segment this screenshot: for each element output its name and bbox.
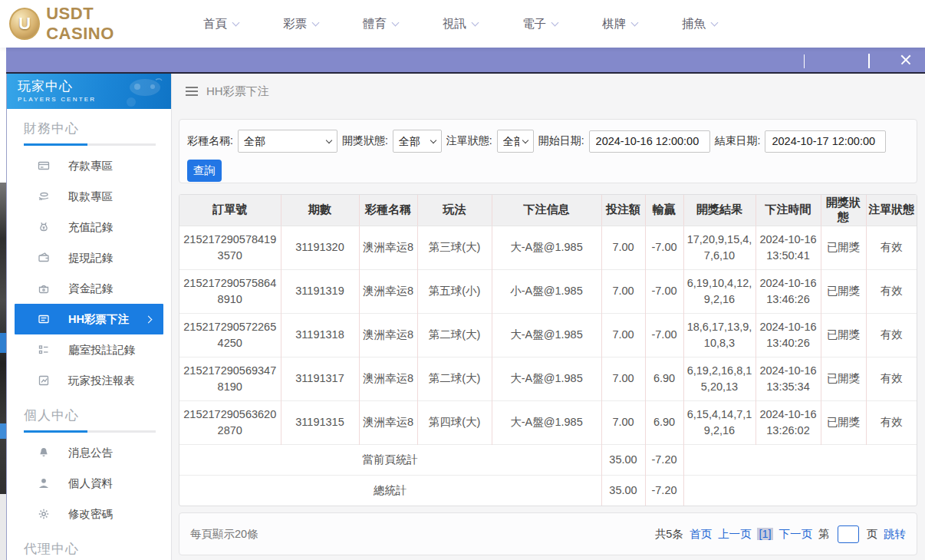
cell-play-type: 第二球(大) (417, 313, 492, 357)
nav-item-lottery[interactable]: 彩票 (261, 16, 341, 32)
bets-table: 訂單號 期數 彩種名稱 玩法 下注信息 投注額 輸贏 開獎結果 下注時間 開獎狀… (179, 194, 917, 506)
maximize-button[interactable] (868, 54, 879, 65)
nav-item-cards[interactable]: 棋牌 (580, 16, 660, 32)
lottery-select[interactable]: 全部 (238, 130, 337, 153)
cell-play-type: 第四球(大) (417, 400, 492, 444)
cell-order-id: 2152172905636202870 (179, 400, 281, 444)
cell-order-status: 有效 (866, 313, 917, 357)
page-summary-row: 當前頁統計 35.00 -7.20 (179, 444, 917, 475)
bell-icon (38, 446, 50, 459)
cell-draw-status: 已開獎 (821, 357, 866, 400)
nav-item-slots[interactable]: 電子 (500, 16, 580, 32)
sidebar-header: 玩家中心 PLAYERS CENTER (7, 74, 171, 109)
sidebar-item-recharge-record[interactable]: 充值記錄 (7, 212, 171, 242)
pagination-bar: 每頁顯示20條 共5条 首页 上一页 [1] 下一页 第 页 跳转 (179, 512, 917, 555)
cell-bet-time: 2024-10-16 13:40:26 (755, 313, 821, 357)
logo[interactable]: U USDT CASINO (9, 4, 161, 44)
sidebar-item-label: 廳室投註記錄 (68, 343, 135, 357)
table-row: 2152172905784193570 31191320 澳洲幸运8 第三球(大… (179, 226, 917, 269)
summary-label: 當前頁統計 (179, 444, 601, 475)
sidebar-item-player-bet-report[interactable]: 玩家投注報表 (7, 365, 171, 396)
sidebar-item-hh-lottery-bets[interactable]: HH彩票下注 (15, 304, 163, 334)
sidebar-item-deposit[interactable]: 存款專區 (7, 150, 171, 181)
first-page-link[interactable]: 首页 (690, 527, 712, 542)
money-bag-icon (38, 221, 50, 233)
nav-label: 首頁 (203, 16, 227, 32)
cell-issue: 31191318 (281, 313, 359, 357)
jump-go-link[interactable]: 跳转 (884, 527, 906, 542)
nav-item-home[interactable]: 首頁 (181, 16, 261, 32)
sidebar-item-label: HH彩票下注 (68, 312, 129, 327)
cell-lottery-name: 澳洲幸运8 (359, 226, 417, 269)
hamburger-icon[interactable] (186, 87, 198, 96)
sidebar-section-personal: 個人中心 (7, 396, 171, 424)
nav-item-fishing[interactable]: 捕魚 (660, 16, 739, 32)
room-list-icon (38, 344, 50, 356)
order-status-label: 注單狀態: (446, 134, 492, 148)
order-status-select[interactable]: 全部 (497, 130, 534, 153)
summary-empty (683, 444, 917, 475)
cell-lottery-name: 澳洲幸运8 (359, 269, 417, 313)
sidebar-item-label: 存款專區 (68, 159, 113, 173)
draw-status-select-wrap: 全部 (393, 130, 442, 153)
cell-bet-time: 2024-10-16 13:26:02 (755, 400, 821, 444)
draw-status-select[interactable]: 全部 (393, 130, 442, 153)
sidebar-section-agent: 代理中心 (7, 529, 171, 558)
end-date-input[interactable] (765, 130, 886, 153)
cell-play-type: 第五球(小) (417, 269, 492, 313)
gamepad-icon (114, 77, 163, 107)
cell-bet-amount: 7.00 (601, 313, 645, 357)
nav-label: 棋牌 (602, 16, 626, 32)
cell-bet-time: 2024-10-16 13:46:26 (755, 269, 821, 313)
prev-page-link[interactable]: 上一页 (718, 527, 752, 542)
col-draw-result: 開獎結果 (683, 195, 755, 226)
cell-bet-info: 大-A盤@1.985 (492, 313, 601, 357)
cell-draw-result: 6,19,10,4,12,9,2,16 (683, 269, 755, 313)
nav-item-live[interactable]: 視訊 (420, 16, 500, 32)
cell-draw-result: 6,15,4,14,7,19,2,16 (683, 400, 755, 444)
sidebar-item-withdraw[interactable]: 取款專區 (7, 181, 171, 212)
col-win-loss: 輸贏 (645, 195, 683, 226)
sidebar-item-funds-record[interactable]: 資金記錄 (7, 273, 171, 304)
cell-lottery-name: 澳洲幸运8 (359, 357, 417, 400)
page: U USDT CASINO 首頁 彩票 體育 視訊 電子 棋牌 捕魚 (0, 0, 925, 560)
cell-issue: 31191315 (281, 400, 359, 444)
summary-win-total: -7.20 (645, 475, 683, 506)
start-date-input[interactable] (589, 130, 710, 153)
query-button[interactable]: 查詢 (187, 160, 222, 182)
nav-item-sports[interactable]: 體育 (341, 16, 420, 32)
cell-order-status: 有效 (866, 269, 917, 313)
sidebar-item-profile[interactable]: 個人資料 (7, 468, 171, 499)
cell-draw-status: 已開獎 (821, 269, 866, 313)
sidebar-item-withdrawal-record[interactable]: 提現記錄 (7, 242, 171, 273)
cell-bet-info: 大-A盤@1.985 (492, 357, 601, 400)
cell-lottery-name: 澳洲幸运8 (359, 313, 417, 357)
sidebar-item-announcements[interactable]: 消息公告 (7, 437, 171, 468)
chevron-down-icon (392, 18, 400, 26)
sidebar-item-room-bet-record[interactable]: 廳室投註記錄 (7, 334, 171, 365)
grand-summary-row: 總統計 35.00 -7.20 (179, 475, 917, 506)
cell-bet-amount: 7.00 (601, 400, 645, 444)
minimize-button[interactable] (836, 54, 847, 65)
chevron-down-icon (711, 18, 719, 26)
cell-order-id: 2152172905722654250 (179, 313, 281, 357)
col-order-id: 訂單號 (179, 195, 281, 226)
cell-bet-amount: 7.00 (601, 226, 645, 269)
sidebar-item-change-password[interactable]: 修改密碼 (7, 499, 171, 529)
nav-label: 視訊 (443, 16, 466, 32)
chevron-down-icon (551, 18, 559, 26)
window-titlebar[interactable] (6, 48, 925, 74)
cell-bet-time: 2024-10-16 13:50:41 (755, 226, 821, 269)
page-number-input[interactable] (838, 525, 859, 543)
filter-panel: 彩種名稱: 全部 開獎狀態: 全部 注單狀態: 全部 (179, 119, 917, 183)
close-button[interactable] (900, 54, 911, 65)
cell-draw-status: 已開獎 (821, 313, 866, 357)
next-page-link[interactable]: 下一页 (779, 527, 813, 542)
sidebar-item-label: 修改密碼 (68, 507, 113, 522)
chevron-right-icon (145, 315, 153, 323)
table-row: 2152172905636202870 31191315 澳洲幸运8 第四球(大… (179, 400, 917, 444)
collapse-button[interactable] (804, 54, 815, 65)
table-row: 2152172905722654250 31191318 澳洲幸运8 第二球(大… (179, 313, 917, 357)
sidebar-item-label: 資金記錄 (68, 282, 113, 296)
cell-play-type: 第三球(大) (417, 226, 492, 269)
